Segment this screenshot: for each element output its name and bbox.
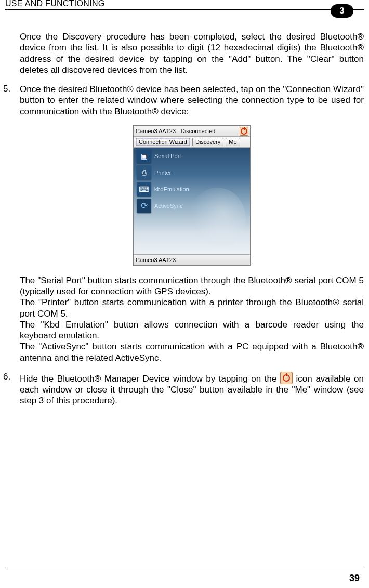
serial-port-icon: ▣ bbox=[137, 149, 151, 163]
window-title: Cameo3 AA123 - Disconnected bbox=[136, 128, 215, 134]
activesync-label: ActiveSync bbox=[154, 203, 182, 209]
status-text: Cameo3 AA123 bbox=[136, 257, 176, 263]
power-icon bbox=[280, 372, 293, 384]
desc-kbd-emulation: The "Kbd Emulation" button allows connec… bbox=[20, 319, 364, 342]
keyboard-icon: ⌨ bbox=[137, 182, 151, 197]
tab-connection-wizard[interactable]: Connection Wizard bbox=[136, 138, 190, 146]
section-header: USE AND FUNCTIONING bbox=[5, 0, 105, 8]
tab-discovery[interactable]: Discovery bbox=[192, 138, 223, 146]
desc-activesync: The "ActiveSync" button starts communica… bbox=[20, 341, 364, 363]
step-text: Hide the Bluetooth® Manager Device windo… bbox=[20, 372, 364, 407]
desc-printer: The "Printer" button starts communicatio… bbox=[20, 297, 364, 319]
printer-icon: ⎙ bbox=[137, 165, 151, 180]
intro-paragraph: Once the Discovery procedure has been co… bbox=[20, 31, 364, 75]
printer-button[interactable]: ⎙ Printer bbox=[134, 164, 250, 181]
desc-serial-port: The "Serial Port" button starts communic… bbox=[20, 275, 364, 297]
tab-me[interactable]: Me bbox=[226, 138, 240, 146]
printer-label: Printer bbox=[154, 169, 171, 176]
header-rule bbox=[5, 9, 364, 10]
step-number: 6. bbox=[3, 372, 20, 407]
embedded-screenshot: Cameo3 AA123 - Disconnected Connection W… bbox=[20, 125, 364, 266]
serial-port-button[interactable]: ▣ Serial Port bbox=[134, 148, 250, 164]
step-text: Once the desired Bluetooth® device has b… bbox=[20, 84, 364, 117]
page-content: Once the Discovery procedure has been co… bbox=[20, 31, 364, 415]
connection-wizard-window: Cameo3 AA123 - Disconnected Connection W… bbox=[133, 125, 251, 266]
step-number: 5. bbox=[3, 84, 20, 117]
footer-rule bbox=[5, 569, 364, 569]
window-titlebar: Cameo3 AA123 - Disconnected bbox=[134, 126, 250, 137]
kbd-emulation-label: kbdEmulation bbox=[154, 186, 189, 192]
activesync-icon bbox=[137, 199, 151, 213]
tab-row: Connection Wizard Discovery Me bbox=[134, 137, 250, 148]
background-graphic bbox=[189, 188, 246, 250]
serial-port-label: Serial Port bbox=[154, 153, 181, 159]
window-body: ▣ Serial Port ⎙ Printer ⌨ kbdEmulation A… bbox=[134, 148, 250, 254]
window-statusbar: Cameo3 AA123 bbox=[134, 254, 250, 265]
chapter-badge: 3 bbox=[331, 4, 353, 18]
step-6: 6. Hide the Bluetooth® Manager Device wi… bbox=[20, 372, 364, 407]
page-number: 39 bbox=[349, 573, 360, 584]
step6-text-before: Hide the Bluetooth® Manager Device windo… bbox=[20, 374, 280, 384]
step-5: 5. Once the desired Bluetooth® device ha… bbox=[20, 84, 364, 117]
power-icon[interactable] bbox=[240, 127, 248, 136]
